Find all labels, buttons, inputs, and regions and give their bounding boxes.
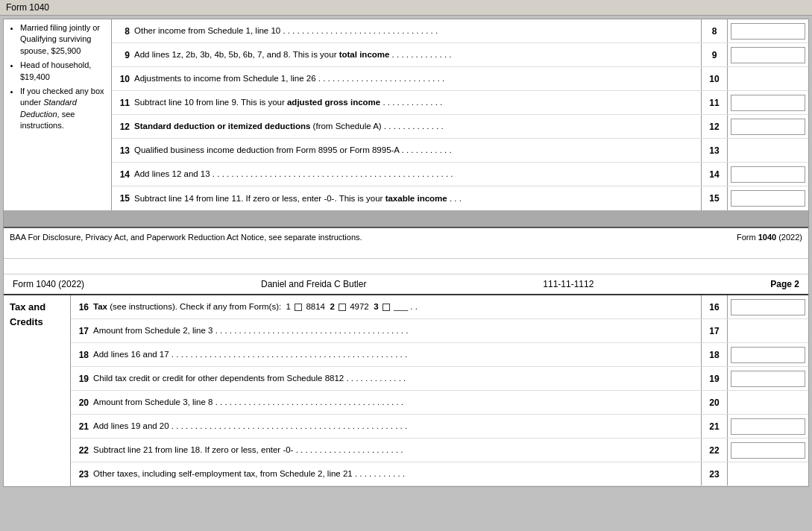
input-8[interactable] (731, 23, 805, 40)
form-row-17: 17 Amount from Schedule 2, line 3 . . . … (71, 319, 808, 343)
line-num-20: 20 (71, 395, 92, 411)
line-num-9: 9 (112, 47, 133, 63)
line-text-14: Add lines 12 and 13 . . . . . . . . . . … (133, 165, 701, 183)
line-text-18: Add lines 16 and 17 . . . . . . . . . . … (92, 345, 701, 363)
form-row-21: 21 Add lines 19 and 20 . . . . . . . . .… (71, 415, 808, 439)
box-num-19: 19 (701, 367, 728, 390)
box-num-22: 22 (701, 439, 728, 462)
tax-label-line2: Credits (10, 316, 43, 327)
box-num-10: 10 (701, 67, 728, 90)
box-num-17: 17 (701, 319, 728, 342)
form-row-8: 8 Other income from Schedule 1, line 10 … (112, 19, 808, 43)
input-10-empty (731, 71, 805, 87)
p2-ssn: 111-11-1112 (543, 279, 594, 289)
p2-form-label: Form 1040 (2022) (13, 279, 84, 289)
line-num-17: 17 (71, 323, 92, 339)
line-num-13: 13 (112, 142, 133, 159)
form-row-14: 14 Add lines 12 and 13 . . . . . . . . .… (112, 163, 808, 186)
line-text-17: Amount from Schedule 2, line 3 . . . . .… (92, 321, 701, 339)
box-num-15: 15 (701, 186, 728, 210)
line-text-22: Subtract line 21 from line 18. If zero o… (92, 441, 701, 459)
input-19[interactable] (731, 371, 805, 387)
line-num-12: 12 (112, 119, 133, 135)
form-row-13: 13 Qualified business income deduction f… (112, 139, 808, 163)
line-text-9: Add lines 1z, 2b, 3b, 4b, 5b, 6b, 7, and… (133, 45, 701, 63)
title-text: Form 1040 (6, 2, 49, 13)
tax-and-credits-section: Tax and Credits 16 Tax (see instructions… (4, 295, 808, 486)
line-num-19: 19 (71, 371, 92, 387)
page1-section: Married filing jointly or Qualifying sur… (4, 19, 808, 246)
checkbox-8814[interactable] (295, 304, 302, 311)
input-21[interactable] (731, 418, 805, 435)
box-num-18: 18 (701, 343, 728, 366)
input-22[interactable] (731, 442, 805, 459)
input-9[interactable] (731, 47, 805, 63)
input-11[interactable] (731, 95, 805, 111)
box-num-12: 12 (701, 115, 728, 138)
line-num-11: 11 (112, 95, 133, 111)
line-text-23: Other taxes, including self-employment t… (92, 465, 701, 483)
checkbox-4972[interactable] (339, 304, 346, 311)
p2-page-num: Page 2 (770, 279, 799, 289)
form-row-9: 9 Add lines 1z, 2b, 3b, 4b, 5b, 6b, 7, a… (112, 43, 808, 67)
page2-header: Form 1040 (2022) Daniel and Freida C But… (4, 274, 808, 295)
line-text-16: Tax (see instructions). Check if any fro… (92, 298, 701, 315)
line-text-11: Subtract line 10 from line 9. This is yo… (133, 93, 701, 111)
sidebar-item-2: Head of household, $19,400 (20, 60, 105, 83)
form-row-22: 22 Subtract line 21 from line 18. If zer… (71, 439, 808, 462)
line-text-12: Standard deduction or itemized deduction… (133, 117, 701, 135)
line-num-14: 14 (112, 166, 133, 183)
box-num-16: 16 (701, 295, 728, 318)
tax-lines: 16 Tax (see instructions). Check if any … (71, 295, 808, 486)
box-num-14: 14 (701, 163, 728, 186)
box-num-20: 20 (701, 391, 728, 414)
input-23-empty (731, 466, 805, 483)
input-15[interactable] (731, 190, 805, 207)
line-num-21: 21 (71, 418, 92, 435)
form-row-18: 18 Add lines 16 and 17 . . . . . . . . .… (71, 343, 808, 367)
input-16[interactable] (731, 299, 805, 315)
form-row-11: 11 Subtract line 10 from line 9. This is… (112, 91, 808, 115)
line-num-16: 16 (71, 299, 92, 315)
tax-label-line1: Tax and (10, 301, 45, 312)
title-bar: Form 1040 (0, 0, 812, 16)
form-row-15: 15 Subtract line 14 from line 11. If zer… (112, 186, 808, 210)
baa-right: Form 1040 (2022) (737, 233, 802, 242)
box-num-13: 13 (701, 139, 728, 162)
box-num-8: 8 (701, 19, 728, 43)
form-row-12: 12 Standard deduction or itemized deduct… (112, 115, 808, 139)
form-row-23: 23 Other taxes, including self-employmen… (71, 462, 808, 486)
p2-taxpayer-name: Daniel and Freida C Butler (261, 279, 366, 289)
baa-line: BAA For Disclosure, Privacy Act, and Pap… (4, 227, 808, 246)
lines-section: 8 Other income from Schedule 1, line 10 … (112, 19, 808, 210)
tax-credits-label: Tax and Credits (4, 295, 71, 486)
input-14[interactable] (731, 166, 805, 183)
sidebar-item-1: Married filing jointly or Qualifying sur… (20, 22, 105, 57)
baa-text: BAA For Disclosure, Privacy Act, and Pap… (10, 233, 362, 242)
line-num-18: 18 (71, 347, 92, 363)
line-text-19: Child tax credit or credit for other dep… (92, 369, 701, 387)
gray-bar (4, 212, 808, 227)
form-row-19: 19 Child tax credit or credit for other … (71, 367, 808, 391)
line-num-15: 15 (112, 190, 133, 207)
box-num-23: 23 (701, 462, 728, 486)
box-num-21: 21 (701, 415, 728, 438)
sidebar: Married filing jointly or Qualifying sur… (4, 19, 112, 210)
form-container: Married filing jointly or Qualifying sur… (3, 19, 809, 487)
line-text-10: Adjustments to income from Schedule 1, l… (133, 69, 701, 87)
input-13-empty (731, 142, 805, 159)
top-section: Married filing jointly or Qualifying sur… (4, 19, 808, 212)
input-17-empty (731, 323, 805, 339)
line-num-23: 23 (71, 466, 92, 483)
input-18[interactable] (731, 347, 805, 363)
line-text-15: Subtract line 14 from line 11. If zero o… (133, 189, 701, 207)
line-num-8: 8 (112, 23, 133, 40)
input-12[interactable] (731, 119, 805, 135)
line-num-10: 10 (112, 71, 133, 87)
line-text-13: Qualified business income deduction from… (133, 141, 701, 159)
checkbox-3[interactable] (383, 304, 390, 311)
line-text-21: Add lines 19 and 20 . . . . . . . . . . … (92, 417, 701, 435)
input-20-empty (731, 395, 805, 411)
line-text-8: Other income from Schedule 1, line 10 . … (133, 22, 701, 40)
form-row-16: 16 Tax (see instructions). Check if any … (71, 295, 808, 319)
